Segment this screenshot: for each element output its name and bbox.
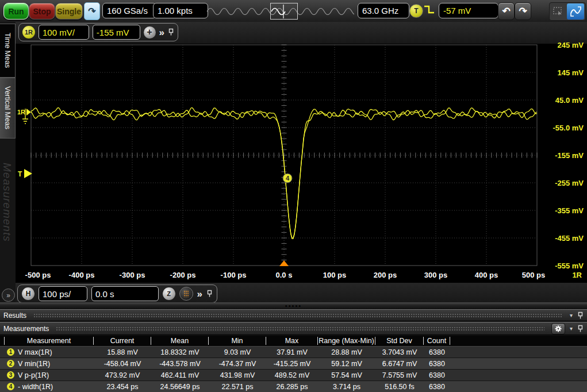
measurement-name: - width(1R): [18, 383, 53, 391]
horizontal-expand-chevrons[interactable]: »: [197, 289, 202, 299]
measurements-dropdown-icon[interactable]: ▾: [570, 325, 573, 332]
measurement-name: V p-p(1R): [18, 371, 49, 379]
measurement-name: V min(1R): [18, 360, 50, 368]
value-mean: 18.8332 mV: [151, 348, 209, 356]
results-dropdown-icon[interactable]: ▾: [570, 312, 573, 318]
horizontal-badge[interactable]: H: [22, 287, 34, 300]
value-mean: 24.56649 ps: [151, 383, 209, 391]
trigger-level-marker-label[interactable]: T: [18, 170, 22, 178]
value-min: 431.98 mV: [209, 371, 266, 379]
y-axis-label: -555 mV: [540, 262, 584, 270]
value-max: 26.285 ps: [266, 383, 318, 391]
channel-toolbar: 1R 100 mV/ -155 mV + »: [16, 22, 587, 44]
value-count: 6380: [424, 360, 450, 368]
vertical-scale-field[interactable]: 100 mV/: [39, 25, 89, 40]
x-axis-label: -500 ps: [13, 271, 63, 279]
channel-expand-chevrons[interactable]: »: [159, 28, 164, 37]
value-current: -458.04 mV: [94, 360, 151, 368]
single-button[interactable]: Single: [55, 3, 83, 20]
add-channel-button[interactable]: +: [144, 26, 156, 39]
run-button[interactable]: Run: [3, 3, 29, 20]
col-max[interactable]: Max: [266, 337, 318, 345]
undo-button[interactable]: ↶: [498, 2, 515, 20]
table-row[interactable]: 3V p-p(1R) 473.92 mV 462.411 mV 431.98 m…: [0, 370, 587, 381]
col-current[interactable]: Current: [94, 337, 151, 345]
tab-vertical-meas[interactable]: Vertical Meas: [0, 78, 16, 139]
falling-edge-icon: [424, 5, 435, 15]
row-number-badge: 2: [7, 360, 14, 367]
x-axis-label: 400 ps: [461, 271, 512, 279]
waveform-drag-tool-icon[interactable]: [567, 3, 584, 20]
pin-glyph: [577, 325, 584, 333]
value-range: 28.88 mV: [318, 348, 375, 356]
value-min: 9.03 mV: [209, 348, 266, 356]
left-tab-strip: Time Meas Vertical Meas Measurements »: [0, 22, 16, 306]
corner-channel-label: 1R: [547, 271, 582, 279]
channel-1r-badge[interactable]: 1R: [22, 26, 35, 39]
table-row[interactable]: 2V min(1R) -458.04 mV -443.578 mV -474.3…: [0, 358, 587, 370]
dotted-lines-icon: [182, 290, 190, 298]
sample-points-button[interactable]: [179, 287, 193, 301]
col-stddev[interactable]: Std Dev: [375, 337, 424, 345]
row-number-badge: 4: [7, 383, 14, 390]
table-row[interactable]: 1V max(1R) 15.88 mV 18.8332 mV 9.03 mV 3…: [0, 347, 587, 358]
measurements-panel-header[interactable]: Measurements ▾: [0, 322, 587, 335]
dotted-filler: [56, 326, 544, 331]
sidebar-expand-button[interactable]: »: [2, 289, 15, 302]
results-panel-header[interactable]: Results ▾: [0, 309, 587, 321]
channel-ground-marker-label[interactable]: 1R: [17, 109, 25, 116]
channel-level-arrow-icon[interactable]: [26, 109, 31, 116]
redo-button[interactable]: ↷: [515, 2, 531, 20]
measurements-pin-icon[interactable]: [577, 325, 584, 333]
mouse-tool-group: [549, 2, 586, 21]
horizontal-position-indicator[interactable]: [206, 2, 354, 20]
top-toolbar: Run Stop Single ↷ 160 GSa/s 1.00 kpts 63…: [0, 0, 587, 22]
col-range[interactable]: Range (Max-Min): [318, 337, 375, 345]
value-max: -415.25 mV: [266, 360, 318, 368]
tab-time-meas[interactable]: Time Meas: [0, 24, 16, 78]
acquisition-window-box[interactable]: [270, 3, 298, 20]
col-count[interactable]: Count: [424, 337, 450, 345]
value-current: 23.454 ps: [94, 383, 151, 391]
value-range: 3.714 ps: [318, 383, 375, 391]
value-count: 6380: [424, 383, 450, 391]
trigger-level-field[interactable]: -57 mV: [439, 3, 498, 18]
y-axis-label: 45.0 mV: [540, 96, 584, 105]
horizontal-pin-icon[interactable]: [206, 290, 213, 298]
measurements-settings-button[interactable]: [551, 323, 565, 335]
col-min[interactable]: Min: [209, 337, 266, 345]
value-min: -474.37 mV: [209, 360, 266, 368]
zoom-button[interactable]: Z: [163, 287, 175, 300]
region-select-tool-icon[interactable]: [550, 3, 567, 20]
x-axis-label: 300 ps: [410, 271, 461, 279]
x-axis-label: -300 ps: [107, 271, 158, 279]
dotted-filler: [33, 313, 563, 318]
value-count: 6380: [424, 348, 450, 356]
waveform-display[interactable]: 1R T 4 245 mV 145 mV 45.0 mV -55.0 mV -1…: [16, 44, 587, 283]
sample-rate-field[interactable]: 160 GSa/s: [102, 3, 156, 18]
timebase-scale-field[interactable]: 100 ps/: [39, 286, 87, 301]
value-range: 57.54 mV: [318, 371, 375, 379]
timebase-position-field[interactable]: 0.0 s: [91, 286, 159, 301]
value-stddev: 6.6747 mV: [375, 360, 424, 368]
memory-depth-field[interactable]: 1.00 kpts: [153, 3, 208, 18]
table-row[interactable]: 4- width(1R) 23.454 ps 24.56649 ps 22.57…: [0, 381, 587, 392]
value-current: 15.88 mV: [94, 348, 151, 356]
vertical-offset-field[interactable]: -155 mV: [93, 25, 140, 40]
value-stddev: 7.5755 mV: [375, 371, 424, 379]
trigger-position-icon[interactable]: [279, 260, 289, 266]
stop-button[interactable]: Stop: [29, 3, 55, 20]
bandwidth-field[interactable]: 63.0 GHz: [358, 3, 409, 18]
panel-splitter[interactable]: •••••: [0, 302, 587, 309]
channel-pin-icon[interactable]: [168, 28, 174, 36]
value-stddev: 3.7043 mV: [375, 348, 424, 356]
col-measurement[interactable]: Measurement: [5, 337, 94, 345]
results-pin-icon[interactable]: [577, 312, 584, 320]
touch-screen-toggle-icon[interactable]: ↷: [84, 2, 100, 20]
col-mean[interactable]: Mean: [151, 337, 209, 345]
y-axis-label: -55.0 mV: [540, 124, 584, 132]
trigger-badge[interactable]: T: [409, 4, 423, 18]
x-axis-label: -100 ps: [208, 271, 259, 279]
y-axis-label: 245 mV: [540, 41, 584, 49]
measurement-name: V max(1R): [18, 348, 52, 356]
